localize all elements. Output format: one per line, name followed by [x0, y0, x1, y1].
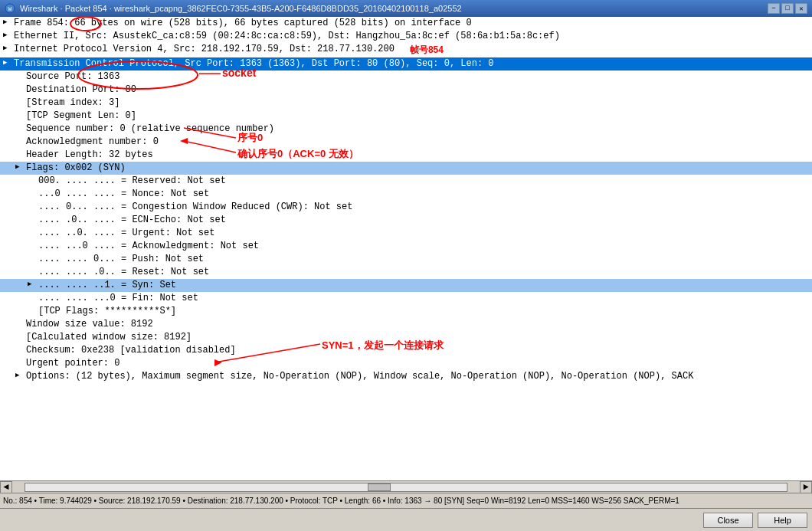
detail-row[interactable]: .... .... 0... = Push: Not set	[0, 253, 812, 266]
row-text: ...0 .... .... = Nonce: Not set	[38, 188, 209, 199]
row-text: Checksum: 0xe238 [validation disabled]	[26, 345, 236, 356]
row-text: [TCP Segment Len: 0]	[26, 110, 136, 121]
row-text: Acknowledgment number: 0	[26, 136, 159, 147]
row-text: Sequence number: 0 (relative sequence nu…	[26, 123, 274, 134]
row-text: .... .... 0... = Push: Not set	[38, 254, 204, 264]
detail-row[interactable]: .... .0.. .... = ECN-Echo: Not set	[0, 214, 812, 227]
detail-row[interactable]: Checksum: 0xe238 [validation disabled]	[0, 344, 812, 357]
row-text: Options: (12 bytes), Maximum segment siz…	[26, 371, 693, 382]
detail-row[interactable]: .... .... .0.. = Reset: Not set	[0, 266, 812, 279]
row-text: Internet Protocol Version 4, Src: 218.19…	[14, 44, 395, 54]
detail-row[interactable]: ...0 .... .... = Nonce: Not set	[0, 188, 812, 201]
expand-arrow[interactable]: ▶	[3, 31, 14, 39]
scroll-left-button[interactable]: ◄	[0, 481, 12, 493]
frame-number-label: 帧号854	[410, 44, 444, 57]
horizontal-scrollbar[interactable]: ◄ ►	[0, 480, 812, 493]
row-text: [Stream index: 3]	[26, 97, 120, 108]
title-bar: W Wireshark · Packet 854 · wireshark_pca…	[0, 0, 812, 17]
row-text: [Calculated window size: 8192]	[26, 332, 192, 343]
row-text: .... ..0. .... = Urgent: Not set	[38, 228, 214, 238]
row-text: .... .... .0.. = Reset: Not set	[38, 267, 209, 277]
detail-row[interactable]: ▶.... .... ..1. = Syn: Set	[0, 279, 812, 292]
row-text: .... .... ..1. = Syn: Set	[38, 280, 176, 290]
row-text: Ethernet II, Src: AsustekC_ca:c8:59 (00:…	[14, 31, 560, 41]
detail-row[interactable]: Sequence number: 0 (relative sequence nu…	[0, 123, 812, 136]
detail-row[interactable]: [TCP Flags: **********S*]	[0, 305, 812, 318]
row-text: .... .... ...0 = Fin: Not set	[38, 293, 198, 303]
detail-row[interactable]: [TCP Segment Len: 0]	[0, 110, 812, 123]
scrollbar-track[interactable]	[25, 483, 787, 492]
button-bar: Close Help	[0, 508, 812, 531]
expand-arrow[interactable]: ▶	[28, 280, 38, 288]
row-text: [TCP Flags: **********S*]	[38, 306, 176, 316]
row-text: Window size value: 8192	[26, 319, 153, 329]
detail-row[interactable]: .... 0... .... = Congestion Window Reduc…	[0, 201, 812, 214]
window-controls: − □ ✕	[768, 3, 807, 14]
expand-arrow[interactable]: ▶	[15, 162, 26, 171]
row-text: Flags: 0x002 (SYN)	[26, 162, 126, 173]
expand-arrow[interactable]: ▶	[3, 58, 14, 67]
minimize-button[interactable]: −	[768, 3, 780, 14]
detail-row[interactable]: Urgent pointer: 0	[0, 357, 812, 370]
row-text: Frame 854: 66 bytes on wire (528 bits), …	[14, 18, 472, 28]
detail-row[interactable]: Header Length: 32 bytes	[0, 149, 812, 162]
help-button[interactable]: Help	[758, 513, 807, 528]
row-text: .... .0.. .... = ECN-Echo: Not set	[38, 215, 226, 225]
detail-row[interactable]: [Stream index: 3]	[0, 97, 812, 110]
maximize-button[interactable]: □	[781, 3, 794, 14]
packet-detail-pane: ▶Frame 854: 66 bytes on wire (528 bits),…	[0, 17, 812, 480]
detail-row[interactable]: ▶Flags: 0x002 (SYN)	[0, 162, 812, 175]
detail-row[interactable]: ▶Ethernet II, Src: AsustekC_ca:c8:59 (00…	[0, 30, 812, 43]
detail-row[interactable]: Destination Port: 80	[0, 84, 812, 97]
detail-row[interactable]: [Calculated window size: 8192]	[0, 331, 812, 344]
detail-row[interactable]: 000. .... .... = Reserved: Not set	[0, 175, 812, 188]
detail-row[interactable]: .... .... ...0 = Fin: Not set	[0, 292, 812, 305]
row-text: Header Length: 32 bytes	[26, 149, 153, 160]
scrollbar-thumb[interactable]	[368, 483, 391, 491]
detail-row[interactable]: ▶Frame 854: 66 bytes on wire (528 bits),…	[0, 17, 812, 30]
detail-row[interactable]: ▶Options: (12 bytes), Maximum segment si…	[0, 370, 812, 383]
row-text: Destination Port: 80	[26, 84, 136, 95]
status-text: No.: 854 • Time: 9.744029 • Source: 218.…	[3, 497, 679, 505]
app-icon: W	[5, 3, 15, 14]
expand-arrow[interactable]: ▶	[3, 18, 14, 26]
detail-row[interactable]: ▶Internet Protocol Version 4, Src: 218.1…	[0, 43, 812, 57]
detail-row[interactable]: .... ...0 .... = Acknowledgment: Not set	[0, 240, 812, 253]
status-bar: No.: 854 • Time: 9.744029 • Source: 218.…	[0, 493, 812, 508]
row-text: Source Port: 1363	[26, 71, 120, 82]
detail-row[interactable]: Window size value: 8192	[0, 318, 812, 331]
close-window-button[interactable]: ✕	[795, 3, 807, 14]
detail-row[interactable]: Source Port: 1363	[0, 70, 812, 84]
row-text: .... 0... .... = Congestion Window Reduc…	[38, 202, 352, 212]
row-text: .... ...0 .... = Acknowledgment: Not set	[38, 241, 259, 251]
close-button[interactable]: Close	[703, 513, 753, 528]
detail-row[interactable]: .... ..0. .... = Urgent: Not set	[0, 227, 812, 240]
svg-text:W: W	[8, 5, 12, 12]
detail-row[interactable]: ▶Transmission Control Protocol, Src Port…	[0, 57, 812, 70]
window-title: Wireshark · Packet 854 · wireshark_pcapn…	[20, 4, 462, 13]
expand-arrow[interactable]: ▶	[3, 44, 14, 52]
detail-row[interactable]: Acknowledgment number: 0	[0, 136, 812, 149]
row-text: Transmission Control Protocol, Src Port:…	[14, 58, 494, 69]
scroll-right-button[interactable]: ►	[800, 481, 812, 493]
row-text: 000. .... .... = Reserved: Not set	[38, 175, 226, 186]
expand-arrow[interactable]: ▶	[15, 371, 26, 379]
row-text: Urgent pointer: 0	[26, 358, 120, 369]
